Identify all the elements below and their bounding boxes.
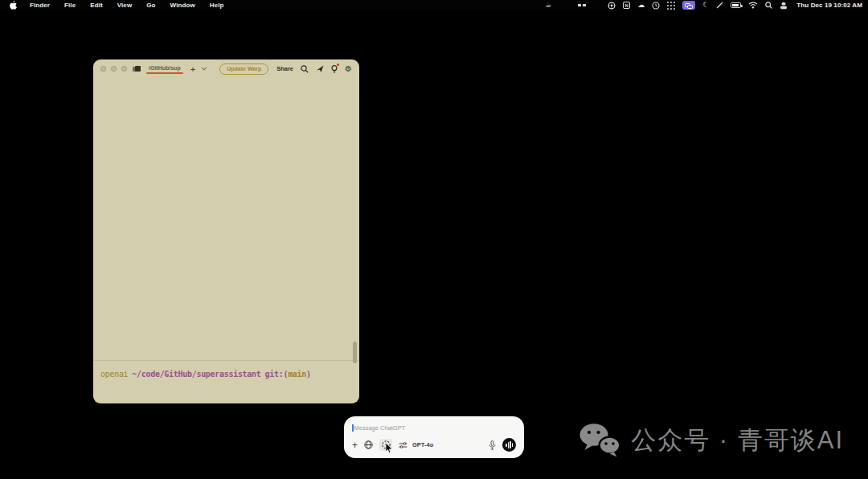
menu-item-edit[interactable]: Edit <box>83 0 110 10</box>
wechat-icon <box>579 423 620 457</box>
shell-prompt: openai~/code/GitHub/superassistantgit:(m… <box>100 370 352 379</box>
menu-item-finder[interactable]: Finder <box>23 0 57 10</box>
waveform-bar <box>510 441 511 448</box>
watermark: 公众号 · 青哥谈AI <box>579 423 844 457</box>
coffee-icon[interactable]: ☕ <box>545 0 551 10</box>
moon-icon[interactable]: ☾ <box>702 0 709 10</box>
notion-icon[interactable]: N <box>623 2 630 9</box>
tips-lightbulb-icon[interactable] <box>331 65 338 73</box>
chat-toolbar: + GPT-4o <box>352 438 516 452</box>
menu-item-help[interactable]: Help <box>203 0 231 10</box>
apple-menu[interactable] <box>10 1 17 10</box>
voice-mode-button[interactable] <box>502 438 516 452</box>
prompt-git-prefix: git:( <box>265 370 289 379</box>
window-controls <box>100 66 127 72</box>
microphone-icon[interactable] <box>489 440 496 450</box>
notification-dot <box>337 63 340 67</box>
text-caret <box>352 424 354 432</box>
sliders-icon[interactable] <box>399 441 407 449</box>
prompt-git-branch: main <box>288 370 306 379</box>
grid-icon[interactable] <box>667 2 675 10</box>
zoom-window-button[interactable] <box>121 66 127 72</box>
terminal-tab[interactable]: /GitHub/sup <box>146 63 183 75</box>
waveform-bar <box>508 442 510 448</box>
close-window-button[interactable] <box>100 66 106 72</box>
prompt-path: ~/code/GitHub/superassistant <box>132 370 260 379</box>
launch-icon[interactable] <box>316 65 324 73</box>
watermark-text: 公众号 · 青哥谈AI <box>631 424 844 457</box>
menu-bar-left: Finder File Edit View Go Window Help <box>0 0 231 10</box>
user-switch-icon[interactable] <box>780 2 788 10</box>
update-warp-button[interactable]: Update Warp <box>219 63 268 75</box>
terminal-header: /GitHub/sup + Update Warp Share ⚙ <box>93 59 359 78</box>
new-tab-button[interactable]: + <box>190 65 195 73</box>
menu-item-go[interactable]: Go <box>139 0 162 10</box>
share-button[interactable]: Share <box>276 65 293 72</box>
cloud-icon[interactable]: ☁ <box>637 0 645 10</box>
menu-bar: Finder File Edit View Go Window Help ☕ N… <box>0 0 868 10</box>
battery-icon[interactable] <box>731 2 741 8</box>
terminal-input-block[interactable]: openai~/code/GitHub/superassistantgit:(m… <box>93 361 359 403</box>
minimize-window-button[interactable] <box>111 66 117 72</box>
prompt-git-suffix: ) <box>306 370 311 379</box>
chatgpt-input-bar: Message ChatGPT + GPT-4o <box>344 416 524 458</box>
gear-icon[interactable]: ⚙ <box>345 64 352 73</box>
menu-item-file[interactable]: File <box>57 0 83 10</box>
workspace-icon[interactable] <box>133 66 141 72</box>
mouse-cursor <box>385 443 393 454</box>
scrollbar-thumb[interactable] <box>353 342 357 363</box>
screen-mirroring-icon[interactable] <box>682 1 695 10</box>
apple-icon <box>10 1 17 10</box>
chevron-down-icon[interactable] <box>201 65 207 71</box>
prompt-user: openai <box>100 370 128 379</box>
waveform-bar <box>512 443 514 447</box>
menu-bar-clock[interactable]: Thu Dec 19 10:02 AM <box>796 2 862 9</box>
pencil-icon[interactable] <box>716 2 723 9</box>
search-icon[interactable] <box>301 65 309 73</box>
menu-item-window[interactable]: Window <box>163 0 203 10</box>
menu-bar-status: ☕ N ☁ ☾ Thu Dec 19 10:02 AM <box>545 0 868 10</box>
waveform-bar <box>506 444 507 447</box>
glasses-icon[interactable] <box>578 4 581 6</box>
terminal-window: /GitHub/sup + Update Warp Share ⚙ openai… <box>93 59 359 403</box>
spotlight-search-icon[interactable] <box>765 2 772 9</box>
aperture-icon[interactable] <box>608 2 616 10</box>
chat-placeholder: Message ChatGPT <box>354 424 406 432</box>
clock-app-icon[interactable] <box>652 2 660 10</box>
web-search-icon[interactable] <box>364 440 373 449</box>
chat-input-row[interactable]: Message ChatGPT <box>352 424 516 432</box>
menu-item-view[interactable]: View <box>110 0 140 10</box>
terminal-scrollback[interactable] <box>93 78 359 360</box>
model-label[interactable]: GPT-4o <box>412 441 433 448</box>
attach-button[interactable]: + <box>352 440 358 450</box>
wifi-icon[interactable] <box>748 2 758 9</box>
